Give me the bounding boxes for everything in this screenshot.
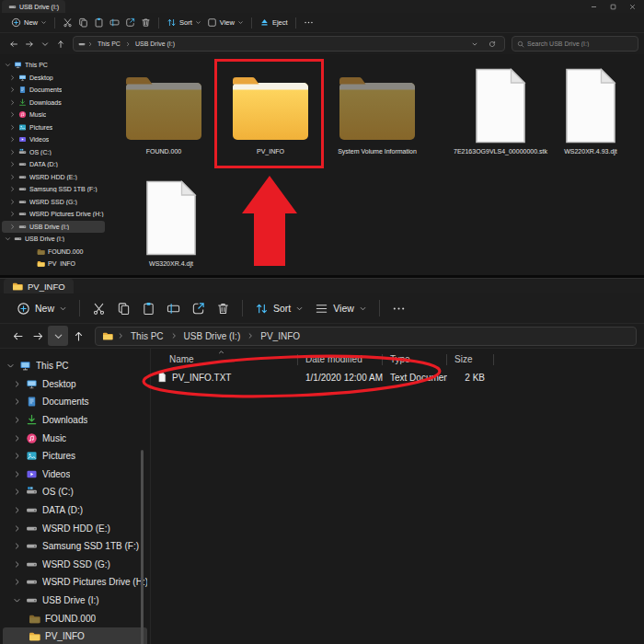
search-box[interactable] xyxy=(512,36,638,52)
maximize-button[interactable] xyxy=(604,0,623,13)
sidebar-item-found-000[interactable]: FOUND.000 xyxy=(3,609,147,627)
sidebar-item-samsung-ssd-1tb-f[interactable]: Samsung SSD 1TB (F:) xyxy=(2,183,105,196)
sort-button[interactable]: Sort xyxy=(249,298,309,319)
caret-down-button[interactable] xyxy=(48,326,68,346)
sidebar-item-videos[interactable]: Videos xyxy=(2,133,105,146)
sidebar-item-wsrd-ssd-g[interactable]: WSRD SSD (G:) xyxy=(3,556,147,574)
back-button[interactable] xyxy=(6,36,21,52)
copy-button[interactable] xyxy=(111,298,136,319)
sidebar-item-downloads[interactable]: Downloads xyxy=(2,97,105,109)
up-button[interactable] xyxy=(68,326,88,346)
sidebar-item-music[interactable]: Music xyxy=(3,429,147,447)
sidebar-item-samsung-ssd-1tb-f[interactable]: Samsung SSD 1TB (F:) xyxy=(3,537,147,556)
caret-down-button[interactable] xyxy=(37,36,52,52)
file-tile-found-000[interactable]: FOUND.000 xyxy=(112,63,215,155)
column-header-type[interactable]: Type xyxy=(383,351,447,366)
sidebar-item-usb-drive-i[interactable]: USB Drive (I:) xyxy=(2,221,105,234)
breadcrumb-item-usb-drive-i[interactable]: USB Drive (I:) xyxy=(132,40,178,47)
folder-big-icon xyxy=(333,73,421,144)
delete-button[interactable] xyxy=(138,15,154,30)
file-tile-system-volume-information[interactable]: System Volume Information xyxy=(326,63,429,155)
share-button[interactable] xyxy=(186,298,211,319)
sidebar-item-pv-info[interactable]: PV_INFO xyxy=(3,627,147,644)
sidebar-item-this-pc[interactable]: This PC xyxy=(2,59,105,72)
explorer-window-pv-info: PV_INFO NewSortView This PCUSB Drive (I:… xyxy=(0,278,644,644)
sidebar-item-music[interactable]: Music xyxy=(2,109,105,121)
sidebar-item-label: DATA (D:) xyxy=(42,505,83,515)
sidebar-item-pv-info[interactable]: PV_INFO xyxy=(2,258,105,270)
new-button[interactable]: New xyxy=(8,15,50,30)
sidebar-item-found-000[interactable]: FOUND.000 xyxy=(2,246,105,259)
column-header-size[interactable]: Size xyxy=(447,351,494,366)
sidebar-scrollbar[interactable] xyxy=(141,450,144,644)
sidebar-item-label: This PC xyxy=(36,361,69,371)
copy-button[interactable] xyxy=(75,15,91,30)
tab-usb-drive[interactable]: USB Drive (I:) xyxy=(2,0,65,13)
new-button[interactable]: New xyxy=(11,298,73,319)
forward-button[interactable] xyxy=(28,326,48,346)
paste-button[interactable] xyxy=(91,15,107,30)
more-button[interactable] xyxy=(386,298,411,319)
sidebar-item-wsrd-hdd-e[interactable]: WSRD HDD (E:) xyxy=(2,171,105,184)
sidebar-item-data-d[interactable]: DATA (D:) xyxy=(2,158,105,171)
cut-button[interactable] xyxy=(60,15,75,30)
rename-button[interactable] xyxy=(161,298,186,319)
up-button[interactable] xyxy=(52,36,68,52)
sidebar-item-data-d[interactable]: DATA (D:) xyxy=(3,501,147,520)
sort-button[interactable]: Sort xyxy=(164,15,204,30)
file-tile-pv-info[interactable]: PV_INFO xyxy=(219,63,322,155)
tab-pv-info[interactable]: PV_INFO xyxy=(4,279,74,293)
sidebar-item-pictures[interactable]: Pictures xyxy=(2,121,105,134)
file-tile-7e2163og9vls4-00000000-stk[interactable]: 7E2163OG9VLS4_00000000.stk xyxy=(449,63,552,155)
breadcrumb-item-usb-drive-i[interactable]: USB Drive (I:) xyxy=(181,331,244,341)
sidebar-item-documents[interactable]: Documents xyxy=(3,393,147,411)
sidebar-item-downloads[interactable]: Downloads xyxy=(3,411,147,430)
paste-button[interactable] xyxy=(136,298,161,319)
videos-icon xyxy=(26,468,38,480)
sidebar-item-documents[interactable]: Documents xyxy=(2,84,105,97)
sidebar-item-desktop[interactable]: Desktop xyxy=(2,72,105,85)
file-tile-ws220xr-4-93-djt[interactable]: WS220XR.4.93.djt xyxy=(539,63,642,155)
chevron-down-icon xyxy=(5,62,11,68)
sidebar-item-wsrd-pictures-drive-h[interactable]: WSRD Pictures Drive (H:) xyxy=(2,208,105,221)
minimize-button[interactable] xyxy=(584,0,604,13)
forward-icon xyxy=(32,330,44,342)
close-button[interactable] xyxy=(623,0,642,13)
sidebar-item-wsrd-pictures-drive-h[interactable]: WSRD Pictures Drive (H:) xyxy=(3,573,147,592)
sidebar-item-usb-drive-i[interactable]: USB Drive (I:) xyxy=(3,592,147,610)
refresh-button[interactable] xyxy=(484,36,500,52)
breadcrumb-item-this-pc[interactable]: This PC xyxy=(128,331,167,341)
forward-button[interactable] xyxy=(21,36,37,52)
caret-down-button[interactable] xyxy=(466,36,482,52)
sidebar-item-this-pc[interactable]: This PC xyxy=(3,357,147,375)
breadcrumb-item-this-pc[interactable]: This PC xyxy=(95,40,123,47)
rename-button[interactable] xyxy=(107,15,122,30)
sidebar-item-desktop[interactable]: Desktop xyxy=(3,375,147,394)
sidebar-item-usb-drive-i[interactable]: USB Drive (I:) xyxy=(2,233,105,246)
search-input[interactable] xyxy=(527,40,633,47)
sidebar-item-os-c[interactable]: OS (C:) xyxy=(2,146,105,159)
table-row[interactable]: PV_INFO.TXT1/1/2020 12:00 AMText Documen… xyxy=(151,369,644,385)
share-button[interactable] xyxy=(122,15,138,30)
column-header-name[interactable]: Name xyxy=(151,351,298,366)
back-button[interactable] xyxy=(7,326,28,346)
drive-icon xyxy=(26,523,38,535)
sidebar-item-os-c[interactable]: OS (C:) xyxy=(3,483,147,501)
delete-button[interactable] xyxy=(211,298,236,319)
sidebar-item-label: PV_INFO xyxy=(48,260,75,267)
file-name-cell: PV_INFO.TXT xyxy=(151,372,298,383)
view-button[interactable]: View xyxy=(309,298,373,319)
more-button[interactable] xyxy=(301,15,316,30)
music-icon xyxy=(18,110,27,119)
eject-button[interactable]: Eject xyxy=(257,15,291,30)
breadcrumb-item-pv-info[interactable]: PV_INFO xyxy=(258,331,303,341)
file-tile-ws320xr-4-djt[interactable]: WS320XR.4.djt xyxy=(120,176,223,267)
sidebar-item-wsrd-ssd-g[interactable]: WSRD SSD (G:) xyxy=(2,196,105,209)
sidebar-item-pictures[interactable]: Pictures xyxy=(3,447,147,466)
sidebar-item-videos[interactable]: Videos xyxy=(3,466,147,484)
sidebar-item-wsrd-hdd-e[interactable]: WSRD HDD (E:) xyxy=(3,519,147,537)
view-button[interactable]: View xyxy=(204,15,247,30)
cut-button[interactable] xyxy=(86,298,111,319)
column-header-date-modified[interactable]: Date modified xyxy=(298,351,383,366)
back-icon xyxy=(12,330,24,342)
